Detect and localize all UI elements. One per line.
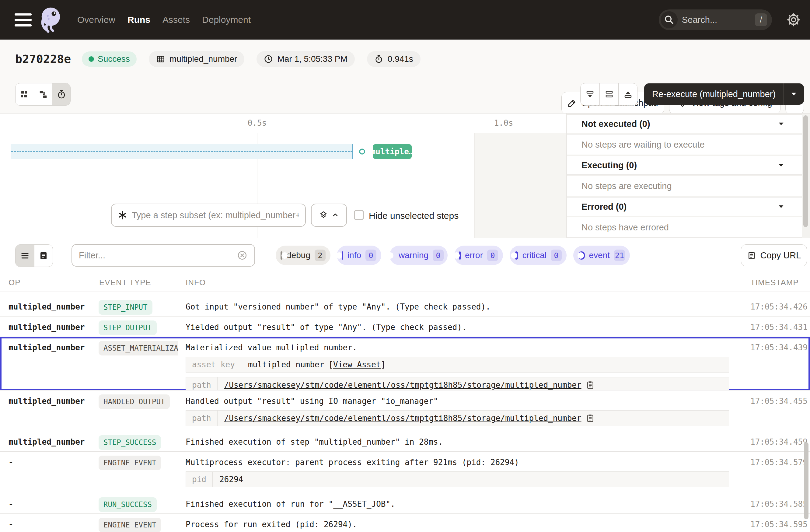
job-name-pill[interactable]: multipled_number (149, 51, 245, 67)
clock-icon (264, 54, 273, 64)
nav-deployment[interactable]: Deployment (202, 15, 251, 25)
event-type-badge: ENGINE_EVENT (99, 456, 161, 470)
view-asset-link[interactable]: View Asset (333, 360, 381, 369)
collapse-panel-down-button[interactable] (581, 83, 599, 105)
log-filter-input[interactable]: Filter... (71, 244, 255, 267)
copy-url-button[interactable]: Copy URL (741, 244, 807, 266)
menu-icon[interactable] (15, 10, 32, 30)
col-timestamp: TIMESTAMP (744, 273, 810, 292)
panel-split-icon (605, 90, 614, 99)
gantt-step-bar[interactable]: multiple… (373, 144, 412, 159)
gantt-time-axis: 0.5s 1.0s (0, 114, 567, 133)
hide-unselected-checkbox[interactable] (354, 210, 364, 220)
step-subset-input[interactable]: Type a step subset (ex: multipled_number… (111, 204, 306, 227)
nav-overview[interactable]: Overview (77, 15, 115, 25)
log-row[interactable]: - ENGINE_EVENT Process for run exited (p… (0, 514, 810, 532)
log-row[interactable]: - RUN_SUCCESS Finished execution of run … (0, 493, 810, 514)
dagster-logo[interactable] (36, 6, 64, 34)
nav-runs[interactable]: Runs (128, 15, 150, 25)
reexecute-button[interactable]: Re-execute (multipled_number) (644, 83, 804, 105)
log-row[interactable]: multipled_number STEP_OUTPUT Yielded out… (0, 317, 810, 337)
toggle-icon (578, 252, 585, 260)
gantt-chart: 0.5s 1.0s multiple… Type a step subset (… (0, 114, 567, 238)
copy-to-clipboard-icon[interactable] (586, 414, 595, 423)
hide-unselected-label: Hide unselected steps (369, 211, 458, 221)
section-executing-body: No steps are executing (567, 176, 802, 196)
top-nav: Overview Runs Assets Deployment Search..… (0, 0, 810, 39)
section-not-executed-body: No steps are waiting to execute (567, 134, 802, 155)
log-row-selected[interactable]: multipled_number ASSET_MATERIALIZAT… Mat… (0, 337, 810, 390)
step-subset-toolbar: Type a step subset (ex: multipled_number… (0, 204, 567, 227)
clipboard-icon (747, 251, 756, 260)
log-row[interactable]: - ENGINE_EVENT Multiprocess executor: pa… (0, 452, 810, 493)
step-subset-apply-button[interactable] (311, 204, 347, 227)
settings-gear-icon[interactable] (786, 12, 801, 27)
log-row[interactable]: multipled_number STEP_SUCCESS Finished e… (0, 431, 810, 452)
panel-scrollbar[interactable] (803, 115, 808, 227)
event-type-badge: ENGINE_EVENT (99, 518, 161, 532)
gantt-timed-view-button[interactable] (52, 83, 70, 105)
chip-warning[interactable]: warning 0 (389, 246, 448, 265)
reexecute-dropdown-caret[interactable] (784, 90, 804, 98)
search-input[interactable]: Search... / (659, 10, 772, 30)
chip-count: 0 (487, 249, 498, 261)
split-panels-button[interactable] (599, 83, 618, 105)
toggle-icon (459, 252, 461, 260)
log-list-view-button[interactable] (16, 245, 34, 267)
log-row-partial[interactable] (0, 292, 810, 296)
panel-splitter-group (580, 83, 637, 106)
toggle-icon (280, 252, 282, 260)
gantt-waiting-dashed-line (11, 151, 352, 152)
run-id: b270228e (15, 52, 71, 66)
log-row[interactable]: multipled_number HANDLED_OUTPUT Handled … (0, 390, 810, 431)
toggle-icon (515, 252, 518, 260)
timer-icon (374, 54, 384, 64)
path-link[interactable]: /Users/smackesey/stm/code/elementl/oss/t… (224, 414, 582, 423)
chip-count: 21 (614, 249, 625, 261)
step-subset-placeholder: Type a step subset (ex: multipled_number… (132, 210, 299, 220)
log-structured-view-button[interactable] (34, 245, 53, 267)
path-link[interactable]: /Users/smackesey/stm/code/elementl/oss/t… (224, 381, 582, 390)
timestamp: 17:05:34.431 (744, 317, 810, 337)
metadata-row: asset_key multipled_number [View Asset] (185, 357, 729, 372)
col-event-type: EVENT TYPE (93, 273, 178, 292)
timestamp: 17:05:34.459 (744, 431, 810, 451)
log-toolbar: Filter... debug 2 info 0 warning 0 error… (0, 238, 810, 273)
caret-down-icon (777, 120, 785, 128)
section-not-executed[interactable]: Not executed (0) (567, 114, 802, 133)
chip-count: 0 (366, 249, 376, 261)
nav-assets[interactable]: Assets (162, 15, 190, 25)
gantt-waterfall-view-button[interactable] (34, 83, 52, 105)
toggle-icon (342, 252, 343, 260)
chip-error[interactable]: error 0 (454, 246, 503, 265)
clear-filter-icon[interactable] (237, 250, 248, 261)
event-type-badge: STEP_INPUT (99, 300, 152, 315)
log-row[interactable]: multipled_number STEP_INPUT Got input "v… (0, 296, 810, 317)
duration-pill[interactable]: 0.941s (367, 51, 421, 67)
copy-to-clipboard-icon[interactable] (586, 381, 595, 390)
chip-debug[interactable]: debug 2 (276, 246, 330, 265)
run-status-badge[interactable]: Success (82, 51, 136, 67)
section-executing[interactable]: Executing (0) (567, 156, 802, 175)
log-view-mode-group (15, 244, 53, 267)
start-time-pill[interactable]: Mar 1, 5:05:33 PM (257, 51, 355, 67)
gantt-flat-view-button[interactable] (16, 83, 34, 105)
panel-up-icon (623, 90, 633, 99)
list-icon (20, 251, 30, 260)
timestamp: 17:05:34.579 (744, 452, 810, 493)
log-table-scrollbar[interactable] (804, 442, 809, 519)
metadata-row: path /Users/smackesey/stm/code/elementl/… (185, 377, 729, 390)
chip-count: 0 (551, 249, 562, 261)
chip-event[interactable]: event 21 (573, 246, 630, 265)
flat-view-icon (20, 90, 29, 99)
search-icon (661, 11, 678, 28)
chip-critical[interactable]: critical 0 (510, 246, 567, 265)
log-filter-placeholder: Filter... (79, 251, 237, 260)
chip-info[interactable]: info 0 (337, 246, 381, 265)
waterfall-view-icon (39, 90, 48, 99)
section-errored[interactable]: Errored (0) (567, 197, 802, 216)
section-errored-body: No steps have errored (567, 217, 802, 238)
expand-panel-up-button[interactable] (618, 83, 637, 105)
event-type-badge: HANDLED_OUTPUT (99, 394, 170, 409)
col-info: INFO (178, 273, 744, 292)
